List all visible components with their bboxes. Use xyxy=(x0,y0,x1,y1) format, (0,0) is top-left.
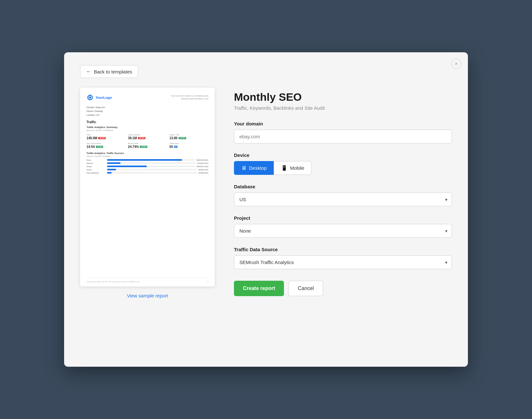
stat-unique-visitors: Unique Visitors 39.1M +20.53% xyxy=(128,134,167,140)
preview-address: THE OLD ANDY MEDICAL HOMMERLAND WWW.EXAM… xyxy=(171,95,208,100)
traffic-source-select[interactable]: SEMrush Traffic Analytics xyxy=(234,255,452,269)
logo-icon xyxy=(87,94,94,101)
stat-visit-duration: Avg. Visit Duration 14:54 +27.53% xyxy=(87,142,125,149)
traffic-source-label: Traffic Data Source xyxy=(234,247,452,252)
source-search: Search 40638791 (34%) xyxy=(87,166,208,167)
modal-container: × ← Back to templates YourLogo xyxy=(64,52,468,367)
back-to-templates-button[interactable]: ← Back to templates xyxy=(80,65,138,78)
stat-pages-visit: Pages / Visit 13.80 +27.40% xyxy=(170,134,208,140)
desktop-label: Desktop xyxy=(249,165,267,171)
project-field-group: Project None ▾ xyxy=(234,215,452,238)
report-subtitle: Traffic, Keywords, Backlinks and Site Au… xyxy=(234,105,452,111)
back-arrow-icon: ← xyxy=(86,69,91,74)
database-select[interactable]: US UK CA AU DE FR xyxy=(234,192,452,206)
mobile-button[interactable]: 📱 Mobile xyxy=(274,161,312,175)
preview-header: YourLogo THE OLD ANDY MEDICAL HOMMERLAND… xyxy=(87,94,208,101)
database-select-wrapper: US UK CA AU DE FR ▾ xyxy=(234,192,452,206)
logo-text: YourLogo xyxy=(96,96,112,99)
source-direct: Direct 84631303 (60%) xyxy=(87,159,208,161)
traffic-source-field-group: Traffic Data Source SEMrush Traffic Anal… xyxy=(234,247,452,269)
domain-field-group: Your domain xyxy=(234,121,452,143)
domain-input[interactable] xyxy=(234,130,452,143)
right-panel: Monthly SEO Traffic, Keywords, Backlinks… xyxy=(234,88,452,296)
database-label: Database xyxy=(234,184,452,189)
project-select[interactable]: None xyxy=(234,224,452,238)
source-referral: Referral 56139126 (4%) xyxy=(87,162,208,164)
traffic-sources: Traffic Analytics: Traffic Sources ebay.… xyxy=(87,152,208,174)
device-field-group: Device 🖥 Desktop 📱 Mobile xyxy=(234,152,452,175)
view-sample-link[interactable]: View sample report xyxy=(80,293,215,298)
traffic-source-select-wrapper: SEMrush Traffic Analytics ▾ xyxy=(234,255,452,269)
traffic-section-title: Traffic xyxy=(87,120,208,124)
create-report-button[interactable]: Create report xyxy=(234,281,284,296)
svg-point-3 xyxy=(89,95,91,96)
device-label: Device xyxy=(234,152,452,158)
report-preview: YourLogo THE OLD ANDY MEDICAL HOMMERLAND… xyxy=(80,88,215,286)
content-area: YourLogo THE OLD ANDY MEDICAL HOMMERLAND… xyxy=(80,88,452,298)
form-actions: Create report Cancel xyxy=(234,281,452,296)
close-button[interactable]: × xyxy=(451,59,461,69)
device-toggle: 🖥 Desktop 📱 Mobile xyxy=(234,161,452,175)
preview-footer: Generated on August 28, 2017 The report … xyxy=(87,278,208,283)
mobile-icon: 📱 xyxy=(281,165,287,171)
desktop-icon: 🖥 xyxy=(241,165,246,171)
project-select-wrapper: None ▾ xyxy=(234,224,452,238)
logo-area: YourLogo xyxy=(87,94,112,101)
cancel-button[interactable]: Cancel xyxy=(288,281,323,296)
source-paid: Paid (AdWords) 1894638 (0%) xyxy=(87,172,208,174)
analytics-sub: ebay.com | July 2017 | All Regions xyxy=(87,129,208,131)
report-title: Monthly SEO xyxy=(234,91,452,103)
stat-traffic-rank: Traffic Rank 50 1E xyxy=(170,142,208,149)
mobile-label: Mobile xyxy=(290,165,304,171)
domain-label: Your domain xyxy=(234,121,452,126)
stat-visits: Visits 149.0M +16.05% xyxy=(87,134,125,140)
database-field-group: Database US UK CA AU DE FR ▾ xyxy=(234,184,452,206)
desktop-button[interactable]: 🖥 Desktop xyxy=(234,161,274,175)
svg-point-2 xyxy=(89,97,91,98)
project-label: Project xyxy=(234,215,452,221)
stat-bounce-rate: Bounce Rate 24.74% +45.21% xyxy=(128,142,167,149)
stats-grid: Visits 149.0M +16.05% Unique Visitors 39… xyxy=(87,134,208,149)
analytics-title: Traffic Analytics: Summary xyxy=(87,126,208,129)
preview-meta: Domain: ebay.com Device: Desktop Locatio… xyxy=(87,106,208,117)
left-panel: YourLogo THE OLD ANDY MEDICAL HOMMERLAND… xyxy=(80,88,215,298)
source-social: Social 3645810 (3%) xyxy=(87,169,208,171)
